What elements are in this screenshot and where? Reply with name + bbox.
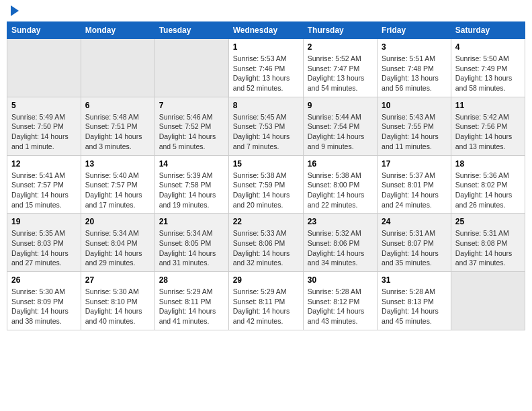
calendar-cell: 3Sunrise: 5:51 AMSunset: 7:48 PMDaylight… [378, 39, 451, 97]
day-info: Sunrise: 5:34 AMSunset: 8:04 PMDaylight:… [85, 228, 150, 268]
day-number: 22 [233, 217, 299, 226]
day-number: 13 [85, 159, 150, 169]
day-info: Sunrise: 5:36 AMSunset: 8:02 PMDaylight:… [455, 171, 521, 210]
calendar-cell: 4Sunrise: 5:50 AMSunset: 7:49 PMDaylight… [451, 39, 525, 97]
calendar-cell: 19Sunrise: 5:35 AMSunset: 8:03 PMDayligh… [7, 214, 81, 272]
calendar-week-row: 5Sunrise: 5:49 AMSunset: 7:50 PMDaylight… [7, 97, 525, 155]
calendar-cell: 24Sunrise: 5:31 AMSunset: 8:07 PMDayligh… [378, 214, 451, 272]
calendar-cell [7, 39, 81, 97]
calendar-header-saturday: Saturday [451, 22, 525, 39]
day-number: 5 [11, 101, 77, 110]
day-info: Sunrise: 5:41 AMSunset: 7:57 PMDaylight:… [11, 171, 77, 210]
day-info: Sunrise: 5:40 AMSunset: 7:57 PMDaylight:… [85, 171, 150, 210]
calendar-cell: 9Sunrise: 5:44 AMSunset: 7:54 PMDaylight… [303, 97, 377, 155]
day-number: 6 [85, 101, 150, 110]
calendar-cell: 7Sunrise: 5:46 AMSunset: 7:52 PMDaylight… [154, 97, 228, 155]
calendar-cell: 16Sunrise: 5:38 AMSunset: 8:00 PMDayligh… [303, 155, 377, 214]
day-number: 3 [382, 42, 447, 52]
calendar-cell: 26Sunrise: 5:30 AMSunset: 8:09 PMDayligh… [7, 272, 81, 330]
day-number: 10 [382, 101, 447, 110]
day-number: 21 [159, 217, 224, 226]
calendar-week-row: 19Sunrise: 5:35 AMSunset: 8:03 PMDayligh… [7, 214, 525, 272]
day-number: 28 [159, 275, 224, 285]
day-number: 9 [308, 101, 373, 110]
calendar-table: SundayMondayTuesdayWednesdayThursdayFrid… [7, 21, 525, 330]
day-info: Sunrise: 5:48 AMSunset: 7:51 PMDaylight:… [85, 112, 150, 152]
day-number: 12 [11, 159, 77, 169]
calendar-cell [154, 39, 228, 97]
calendar-cell: 12Sunrise: 5:41 AMSunset: 7:57 PMDayligh… [7, 155, 81, 214]
calendar-week-row: 1Sunrise: 5:53 AMSunset: 7:46 PMDaylight… [7, 39, 525, 97]
calendar-cell: 22Sunrise: 5:33 AMSunset: 8:06 PMDayligh… [228, 214, 303, 272]
day-number: 23 [308, 217, 373, 226]
day-number: 16 [308, 159, 373, 169]
day-info: Sunrise: 5:38 AMSunset: 8:00 PMDaylight:… [308, 171, 373, 210]
calendar-header-thursday: Thursday [303, 22, 377, 39]
day-number: 7 [159, 101, 224, 110]
calendar-cell: 14Sunrise: 5:39 AMSunset: 7:58 PMDayligh… [154, 155, 228, 214]
day-number: 2 [308, 42, 373, 52]
page-header [7, 7, 525, 16]
calendar-cell: 13Sunrise: 5:40 AMSunset: 7:57 PMDayligh… [81, 155, 154, 214]
day-info: Sunrise: 5:31 AMSunset: 8:07 PMDaylight:… [382, 228, 447, 268]
calendar-header-tuesday: Tuesday [154, 22, 228, 39]
day-info: Sunrise: 5:53 AMSunset: 7:46 PMDaylight:… [233, 54, 299, 93]
day-info: Sunrise: 5:52 AMSunset: 7:47 PMDaylight:… [308, 54, 373, 93]
day-info: Sunrise: 5:28 AMSunset: 8:13 PMDaylight:… [382, 287, 447, 326]
day-info: Sunrise: 5:49 AMSunset: 7:50 PMDaylight:… [11, 112, 77, 152]
day-number: 14 [159, 159, 224, 169]
day-info: Sunrise: 5:34 AMSunset: 8:05 PMDaylight:… [159, 228, 224, 268]
calendar-cell: 25Sunrise: 5:31 AMSunset: 8:08 PMDayligh… [451, 214, 525, 272]
calendar-cell: 17Sunrise: 5:37 AMSunset: 8:01 PMDayligh… [378, 155, 451, 214]
day-number: 18 [455, 159, 521, 169]
day-info: Sunrise: 5:28 AMSunset: 8:12 PMDaylight:… [308, 287, 373, 326]
day-number: 15 [233, 159, 299, 169]
day-info: Sunrise: 5:29 AMSunset: 8:11 PMDaylight:… [159, 287, 224, 326]
calendar-cell [81, 39, 154, 97]
calendar-cell: 10Sunrise: 5:43 AMSunset: 7:55 PMDayligh… [378, 97, 451, 155]
calendar-cell: 18Sunrise: 5:36 AMSunset: 8:02 PMDayligh… [451, 155, 525, 214]
calendar-cell: 15Sunrise: 5:38 AMSunset: 7:59 PMDayligh… [228, 155, 303, 214]
calendar-cell: 2Sunrise: 5:52 AMSunset: 7:47 PMDaylight… [303, 39, 377, 97]
calendar-cell: 30Sunrise: 5:28 AMSunset: 8:12 PMDayligh… [303, 272, 377, 330]
calendar-week-row: 26Sunrise: 5:30 AMSunset: 8:09 PMDayligh… [7, 272, 525, 330]
day-number: 11 [455, 101, 521, 110]
day-info: Sunrise: 5:46 AMSunset: 7:52 PMDaylight:… [159, 112, 224, 152]
day-info: Sunrise: 5:33 AMSunset: 8:06 PMDaylight:… [233, 228, 299, 268]
day-number: 29 [233, 275, 299, 285]
day-info: Sunrise: 5:31 AMSunset: 8:08 PMDaylight:… [455, 228, 521, 268]
day-info: Sunrise: 5:29 AMSunset: 8:11 PMDaylight:… [233, 287, 299, 326]
calendar-header-row: SundayMondayTuesdayWednesdayThursdayFrid… [7, 22, 525, 39]
day-info: Sunrise: 5:37 AMSunset: 8:01 PMDaylight:… [382, 171, 447, 210]
day-info: Sunrise: 5:38 AMSunset: 7:59 PMDaylight:… [233, 171, 299, 210]
calendar-cell: 8Sunrise: 5:45 AMSunset: 7:53 PMDaylight… [228, 97, 303, 155]
calendar-cell: 31Sunrise: 5:28 AMSunset: 8:13 PMDayligh… [378, 272, 451, 330]
day-info: Sunrise: 5:30 AMSunset: 8:09 PMDaylight:… [11, 287, 77, 326]
day-number: 20 [85, 217, 150, 226]
calendar-week-row: 12Sunrise: 5:41 AMSunset: 7:57 PMDayligh… [7, 155, 525, 214]
calendar-cell: 1Sunrise: 5:53 AMSunset: 7:46 PMDaylight… [228, 39, 303, 97]
day-number: 27 [85, 275, 150, 285]
day-number: 17 [382, 159, 447, 169]
calendar-cell: 29Sunrise: 5:29 AMSunset: 8:11 PMDayligh… [228, 272, 303, 330]
calendar-cell: 20Sunrise: 5:34 AMSunset: 8:04 PMDayligh… [81, 214, 154, 272]
day-info: Sunrise: 5:51 AMSunset: 7:48 PMDaylight:… [382, 54, 447, 93]
calendar-header-wednesday: Wednesday [228, 22, 303, 39]
day-info: Sunrise: 5:42 AMSunset: 7:56 PMDaylight:… [455, 112, 521, 152]
calendar-cell: 5Sunrise: 5:49 AMSunset: 7:50 PMDaylight… [7, 97, 81, 155]
day-number: 1 [233, 42, 299, 52]
day-number: 25 [455, 217, 521, 226]
logo [9, 7, 19, 16]
calendar-cell: 23Sunrise: 5:32 AMSunset: 8:06 PMDayligh… [303, 214, 377, 272]
calendar-cell: 21Sunrise: 5:34 AMSunset: 8:05 PMDayligh… [154, 214, 228, 272]
calendar-cell: 11Sunrise: 5:42 AMSunset: 7:56 PMDayligh… [451, 97, 525, 155]
day-number: 31 [382, 275, 447, 285]
day-number: 4 [455, 42, 521, 52]
day-info: Sunrise: 5:30 AMSunset: 8:10 PMDaylight:… [85, 287, 150, 326]
day-info: Sunrise: 5:32 AMSunset: 8:06 PMDaylight:… [308, 228, 373, 268]
calendar-header-friday: Friday [378, 22, 451, 39]
day-info: Sunrise: 5:39 AMSunset: 7:58 PMDaylight:… [159, 171, 224, 210]
calendar-cell: 6Sunrise: 5:48 AMSunset: 7:51 PMDaylight… [81, 97, 154, 155]
calendar-cell: 28Sunrise: 5:29 AMSunset: 8:11 PMDayligh… [154, 272, 228, 330]
day-number: 19 [11, 217, 77, 226]
